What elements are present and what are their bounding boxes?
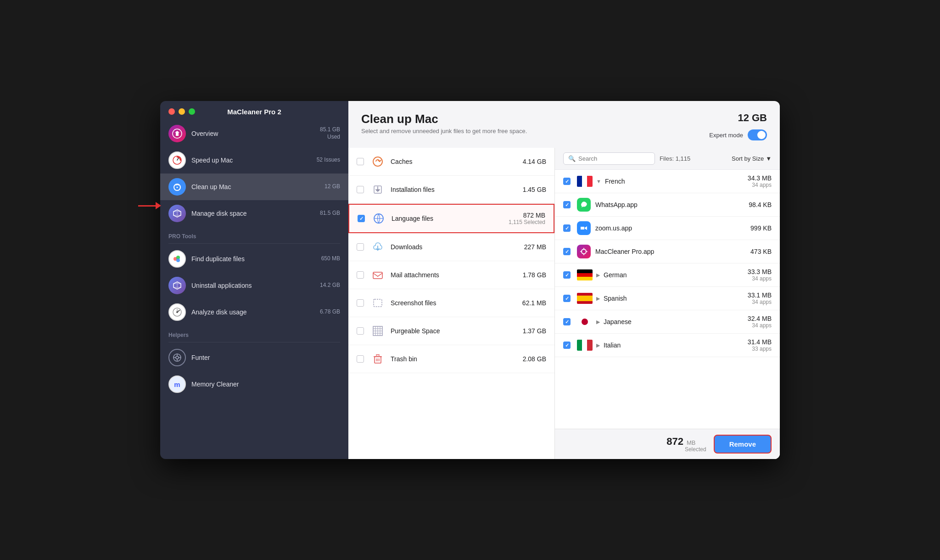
zoom-checkbox[interactable] [563,224,571,232]
overview-badge: 85.1 GB Used [320,126,340,140]
mail-icon [370,268,385,282]
file-item-screenshot[interactable]: Screenshot files 62.1 MB [348,289,554,317]
japanese-checkbox[interactable] [563,318,571,325]
storage-label: 12 GB [738,112,767,124]
maccleaner-size: 473 KB [750,248,772,255]
main-footer: 872 MB Selected Remove [555,429,780,459]
german-checkbox[interactable] [563,271,571,279]
language-icon [371,211,386,226]
mail-checkbox[interactable] [357,271,364,279]
memory-icon: m [168,375,186,393]
whatsapp-icon [577,198,591,212]
maccleaner-checkbox[interactable] [563,248,571,255]
german-expand-icon[interactable]: ▶ [596,272,600,278]
traffic-light-green[interactable] [189,108,195,115]
manage-icon [168,205,186,222]
downloads-checkbox[interactable] [357,243,364,251]
sidebar-item-cleanup[interactable]: Clean up Mac 12 GB [160,174,348,200]
caches-checkbox[interactable] [357,158,364,165]
remove-button[interactable]: Remove [714,435,772,454]
helpers-divider [168,342,340,342]
svg-rect-21 [373,272,382,279]
file-item-caches[interactable]: Caches 4.14 GB [348,148,554,176]
pro-tools-divider [168,243,340,244]
file-item-language[interactable]: Language files 872 MB 1,115 Selected [348,204,554,233]
detail-item-french[interactable]: ▼ French 34.3 MB 34 apps [555,170,780,193]
analyze-icon [168,303,186,321]
file-item-downloads[interactable]: Downloads 227 MB [348,233,554,261]
mail-size: 1.78 GB [523,271,546,279]
funter-label: Funter [191,354,340,361]
detail-item-whatsapp[interactable]: WhatsApp.app 98.4 KB [555,193,780,217]
detail-item-spanish[interactable]: ▶ Spanish 33.1 MB 34 apps [555,287,780,310]
spanish-expand-icon[interactable]: ▶ [596,296,600,302]
japanese-expand-icon[interactable]: ▶ [596,319,600,325]
sidebar-item-manage[interactable]: Manage disk space 81.5 GB [160,200,348,227]
detail-item-japanese[interactable]: ▶ Japanese 32.4 MB 34 apps [555,310,780,334]
purgeable-name: Purgeable Space [391,327,523,335]
language-checkbox[interactable] [358,215,365,222]
analyze-badge: 6.78 GB [320,308,340,316]
expert-mode-toggle[interactable] [748,129,767,140]
search-input[interactable] [578,155,647,162]
sort-control[interactable]: Sort by Size ▼ [732,155,772,162]
svg-point-12 [176,356,179,359]
svg-point-17 [373,157,382,166]
main-content: Clean up Mac Select and remove unneeded … [348,101,780,459]
installation-checkbox[interactable] [357,186,364,193]
trash-icon [370,352,385,366]
file-item-mail[interactable]: Mail attachments 1.78 GB [348,261,554,289]
french-checkbox[interactable] [563,178,571,185]
arrow-indicator [138,201,161,210]
purgeable-checkbox[interactable] [357,327,364,335]
traffic-lights [168,108,195,115]
file-item-trash[interactable]: Trash bin 2.08 GB [348,345,554,373]
file-item-installation[interactable]: Installation files 1.45 GB [348,176,554,204]
italian-checkbox[interactable] [563,342,571,349]
detail-item-zoom[interactable]: zoom.us.app 999 KB [555,217,780,240]
german-size: 33.3 MB 34 apps [748,268,772,282]
german-flag [577,269,593,280]
traffic-light-red[interactable] [168,108,175,115]
sidebar-item-memory[interactable]: m Memory Cleaner [160,371,348,398]
svg-point-37 [582,249,586,254]
overview-icon [168,125,186,142]
detail-item-italian[interactable]: ▶ Italian 31.4 MB 33 apps [555,334,780,357]
detail-item-german[interactable]: ▶ German 33.3 MB 34 apps [555,263,780,287]
trash-checkbox[interactable] [357,355,364,363]
svg-point-6 [176,258,180,262]
italian-size: 31.4 MB 33 apps [748,338,772,352]
detail-item-maccleaner[interactable]: MacCleaner Pro.app 473 KB [555,240,780,263]
main-subtitle: Select and remove unneeded junk files to… [361,128,527,134]
duplicate-icon [168,250,186,268]
french-flag [577,176,593,187]
caches-name: Caches [391,158,523,165]
italian-expand-icon[interactable]: ▶ [596,342,600,348]
purgeable-icon [370,324,385,338]
french-size: 34.3 MB 34 apps [748,174,772,188]
sidebar-item-overview[interactable]: Overview 85.1 GB Used [160,120,348,147]
sidebar-item-duplicate[interactable]: Find duplicate files 650 MB [160,246,348,272]
sort-chevron-icon: ▼ [766,155,772,162]
zoom-name: zoom.us.app [595,224,750,232]
cleanup-label: Clean up Mac [191,183,325,190]
whatsapp-checkbox[interactable] [563,201,571,208]
cleanup-badge: 12 GB [325,183,340,190]
spanish-checkbox[interactable] [563,295,571,302]
sidebar-item-funter[interactable]: Funter [160,344,348,371]
file-item-purgeable[interactable]: Purgeable Space 1.37 GB [348,317,554,345]
sidebar-item-analyze[interactable]: Analyze disk usage 6.78 GB [160,299,348,325]
screenshot-checkbox[interactable] [357,299,364,307]
selected-count: 872 [666,436,683,448]
sidebar-item-speedup[interactable]: Speed up Mac 52 Issues [160,147,348,174]
uninstall-badge: 14.2 GB [320,282,340,289]
french-expand-icon[interactable]: ▼ [596,179,601,184]
analyze-label: Analyze disk usage [191,308,320,316]
trash-size: 2.08 GB [523,355,546,363]
funter-icon [168,349,186,366]
main-title-area: Clean up Mac Select and remove unneeded … [361,112,527,134]
sidebar-item-uninstall[interactable]: Uninstall applications 14.2 GB [160,272,348,299]
app-window: MaCleaner Pro 2 Overview 85.1 GB Used [160,101,780,459]
traffic-light-yellow[interactable] [179,108,185,115]
whatsapp-size: 98.4 KB [749,201,772,208]
